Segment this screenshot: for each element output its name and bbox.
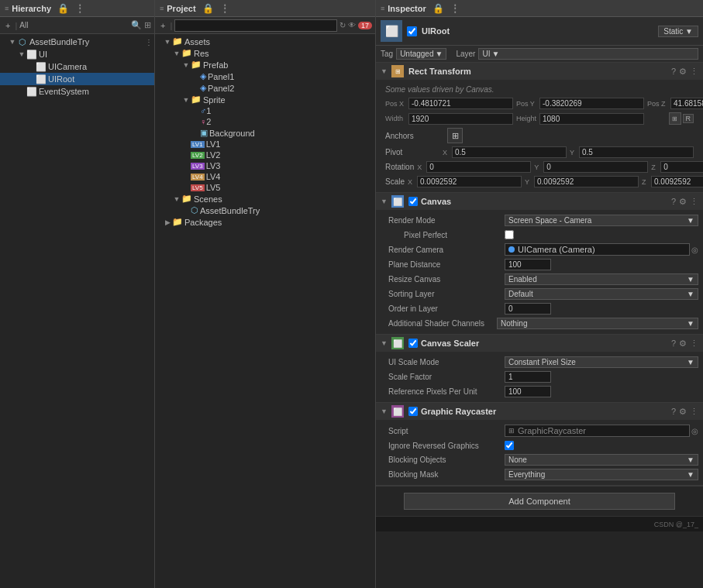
rotation-y-input[interactable] bbox=[543, 161, 648, 173]
blocking-objects-value: None bbox=[508, 456, 527, 464]
hierarchy-item-eventsystem[interactable]: ▶ ⬜ EventSystem bbox=[0, 85, 154, 98]
canvas-help-icon[interactable]: ? bbox=[671, 197, 676, 206]
raycaster-help-icon[interactable]: ? bbox=[671, 407, 676, 416]
project-menu-icon[interactable]: ⋮ bbox=[220, 3, 229, 14]
rect-transform-header[interactable]: ▼ ⊞ Rect Transform ? ⚙ ⋮ bbox=[376, 63, 703, 80]
hierarchy-filter-icon[interactable]: ⊞ bbox=[144, 20, 151, 30]
project-search-input[interactable] bbox=[174, 19, 337, 32]
ref-pixels-input[interactable] bbox=[505, 386, 551, 397]
render-camera-field[interactable]: UICamera (Camera) bbox=[505, 243, 690, 256]
pos-y-input[interactable] bbox=[539, 98, 644, 109]
raycaster-menu-icon[interactable]: ⋮ bbox=[690, 407, 698, 417]
hierarchy-item-label: UI bbox=[39, 50, 47, 59]
project-item-obj1[interactable]: ▶ ♂ 1 bbox=[155, 105, 375, 116]
layer-arrow-icon: ▼ bbox=[491, 50, 499, 58]
hierarchy-item-ui[interactable]: ▼ ⬜ UI bbox=[0, 48, 154, 60]
canvas-header[interactable]: ▼ ⬜ Canvas ? ⚙ ⋮ bbox=[376, 193, 703, 210]
project-item-res[interactable]: ▼ 📁 Res bbox=[155, 47, 375, 59]
pos-x-label: Pos X bbox=[385, 100, 407, 108]
scale-x-input[interactable] bbox=[417, 176, 522, 187]
arrow-icon: ▼ bbox=[8, 37, 17, 46]
blocking-mask-dropdown[interactable]: Everything ▼ bbox=[505, 469, 698, 480]
project-item-sprite[interactable]: ▼ 📁 Sprite bbox=[155, 94, 375, 105]
order-in-layer-input[interactable] bbox=[505, 303, 551, 315]
hierarchy-item-uicamera[interactable]: ▶ ⬜ UICamera bbox=[0, 60, 154, 73]
hierarchy-lock-icon[interactable]: 🔒 bbox=[57, 3, 69, 14]
height-input[interactable] bbox=[539, 113, 644, 125]
blocking-objects-dropdown[interactable]: None ▼ bbox=[505, 454, 698, 466]
canvas-scaler-header[interactable]: ▼ ⬜ Canvas Scaler ? ⚙ ⋮ bbox=[376, 335, 703, 352]
project-item-scenes[interactable]: ▼ 📁 Scenes bbox=[155, 193, 375, 205]
project-item-panel2[interactable]: ▶ ◈ Panel2 bbox=[155, 82, 375, 94]
inspector-lock-icon[interactable]: 🔒 bbox=[432, 3, 444, 14]
hierarchy-menu-icon[interactable]: ⋮ bbox=[75, 3, 84, 14]
project-eye-icon[interactable]: 👁 bbox=[348, 21, 356, 29]
project-lock-icon[interactable]: 🔒 bbox=[202, 3, 214, 14]
project-item-lv5[interactable]: ▶ LV5 LV5 bbox=[155, 182, 375, 193]
raycaster-enabled-checkbox[interactable] bbox=[408, 407, 418, 416]
scaler-menu-icon[interactable]: ⋮ bbox=[690, 339, 698, 349]
project-item-panel1[interactable]: ▶ ◈ Panel1 bbox=[155, 70, 375, 82]
script-target-icon[interactable]: ◎ bbox=[691, 427, 698, 435]
sorting-layer-dropdown[interactable]: Default ▼ bbox=[505, 288, 698, 300]
tag-dropdown[interactable]: Untagged ▼ bbox=[396, 48, 446, 60]
project-header: ≡ Project 🔒 ⋮ bbox=[155, 0, 375, 17]
project-item-packages[interactable]: ▶ 📁 Packages bbox=[155, 216, 375, 228]
plane-distance-input[interactable] bbox=[505, 259, 551, 270]
hierarchy-add-button[interactable]: + bbox=[3, 20, 12, 31]
project-item-label: Scenes bbox=[194, 194, 222, 204]
rect-settings-icon[interactable]: ⚙ bbox=[679, 67, 687, 77]
item-menu-icon[interactable]: ⋮ bbox=[145, 38, 153, 46]
project-item-obj2[interactable]: ▶ ♀ 2 bbox=[155, 116, 375, 127]
project-add-button[interactable]: + bbox=[158, 20, 167, 31]
project-item-lv4[interactable]: ▶ LV4 LV4 bbox=[155, 171, 375, 182]
r-button[interactable]: R bbox=[683, 114, 694, 123]
camera-target-icon[interactable]: ◎ bbox=[691, 246, 698, 254]
ui-scale-mode-dropdown[interactable]: Constant Pixel Size ▼ bbox=[505, 356, 698, 368]
scale-y-input[interactable] bbox=[534, 176, 639, 187]
project-item-background[interactable]: ▶ ▣ Background bbox=[155, 127, 375, 139]
rotation-x-input[interactable] bbox=[426, 161, 531, 173]
project-refresh-icon[interactable]: ↻ bbox=[339, 21, 346, 29]
add-component-button[interactable]: Add Component bbox=[404, 493, 675, 510]
project-item-lv3[interactable]: ▶ LV3 LV3 bbox=[155, 160, 375, 171]
shader-channels-dropdown[interactable]: Nothing ▼ bbox=[497, 318, 698, 329]
pivot-x-input[interactable] bbox=[452, 146, 567, 158]
scale-factor-input[interactable] bbox=[505, 371, 551, 383]
project-item-prefab[interactable]: ▼ 📁 Prefab bbox=[155, 59, 375, 70]
rect-help-icon[interactable]: ? bbox=[671, 67, 676, 76]
hierarchy-item-assetbundle[interactable]: ▼ ⬡ AssetBundleTry ⋮ bbox=[0, 36, 154, 48]
inspector-menu-icon[interactable]: ⋮ bbox=[450, 3, 460, 14]
project-item-lv2[interactable]: ▶ LV2 LV2 bbox=[155, 150, 375, 160]
resize-canvas-dropdown[interactable]: Enabled ▼ bbox=[505, 273, 698, 285]
ignore-reversed-checkbox[interactable] bbox=[505, 441, 514, 450]
scaler-enabled-checkbox[interactable] bbox=[408, 339, 418, 348]
canvas-settings-icon[interactable]: ⚙ bbox=[679, 197, 687, 207]
width-input[interactable] bbox=[408, 113, 513, 125]
static-button[interactable]: Static ▼ bbox=[658, 26, 698, 37]
anchor-preset-icon[interactable]: ⊞ bbox=[447, 128, 463, 143]
hierarchy-item-uiroot[interactable]: ▶ ⬜ UIRoot bbox=[0, 73, 154, 85]
pos-z-input[interactable] bbox=[670, 98, 703, 109]
raycaster-settings-icon[interactable]: ⚙ bbox=[679, 407, 687, 417]
resize-button[interactable]: ⊞ bbox=[669, 112, 681, 125]
scaler-settings-icon[interactable]: ⚙ bbox=[679, 339, 687, 349]
gameobj-icon: ⬜ bbox=[26, 86, 37, 97]
scaler-help-icon[interactable]: ? bbox=[671, 339, 676, 348]
scale-z-input[interactable] bbox=[651, 176, 703, 187]
layer-dropdown[interactable]: UI ▼ bbox=[478, 48, 698, 60]
pixel-perfect-checkbox[interactable] bbox=[505, 230, 514, 239]
pivot-y-input[interactable] bbox=[579, 146, 694, 158]
graphic-raycaster-header[interactable]: ▼ ⬜ Graphic Raycaster ? ⚙ ⋮ bbox=[376, 403, 703, 420]
render-mode-dropdown[interactable]: Screen Space - Camera ▼ bbox=[505, 215, 698, 226]
canvas-enabled-checkbox[interactable] bbox=[408, 197, 418, 206]
project-item-lv1[interactable]: ▶ LV1 LV1 bbox=[155, 139, 375, 150]
canvas-menu-icon[interactable]: ⋮ bbox=[690, 197, 698, 207]
project-item-assetbundletry[interactable]: ▶ ⬡ AssetBundleTry bbox=[155, 205, 375, 216]
pos-x-input[interactable] bbox=[408, 98, 513, 109]
project-item-assets[interactable]: ▼ 📁 Assets bbox=[155, 36, 375, 47]
object-active-checkbox[interactable] bbox=[407, 26, 417, 36]
rotation-z-input[interactable] bbox=[660, 161, 703, 173]
prefab-icon: ◈ bbox=[200, 83, 206, 93]
rect-menu-icon[interactable]: ⋮ bbox=[690, 67, 698, 77]
